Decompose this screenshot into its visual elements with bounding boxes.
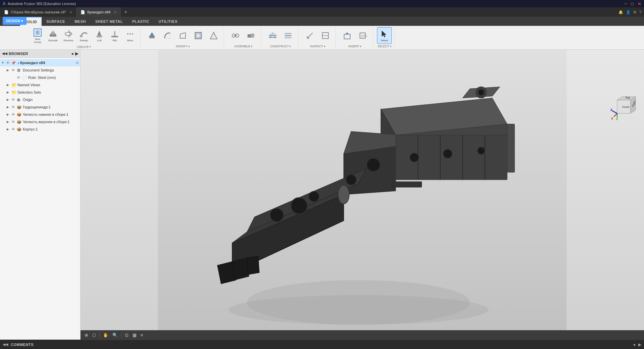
selection-sets-icon: 📁 <box>11 90 17 95</box>
statusbar-settings-icon[interactable]: ● <box>633 342 636 347</box>
new-tab-button[interactable]: + <box>121 7 130 17</box>
doc-settings-label: Document Settings <box>23 68 79 72</box>
body-toggle-icon[interactable]: ▶ <box>7 128 11 131</box>
viewport[interactable]: Front Right Top X Y Z ⊕ ⬡ ✋ 🔍 ⊡ ▦ ≡ <box>80 50 644 340</box>
maximize-button[interactable]: □ <box>631 1 634 6</box>
statusbar-expand-icon[interactable]: ▶ <box>638 342 641 347</box>
origin-toggle-icon[interactable]: ▶ <box>7 98 11 101</box>
rib-button[interactable]: Rib <box>107 28 122 44</box>
as-built-joint-button[interactable] <box>244 27 258 44</box>
select-button[interactable]: Select <box>377 27 392 44</box>
jaw-upper-icon: 📦 <box>17 120 23 124</box>
browser-expand-icon[interactable]: ▶ <box>75 51 78 56</box>
selection-sets-toggle-icon[interactable]: ▶ <box>7 91 11 94</box>
jaw-lower-visibility-icon[interactable]: 👁 <box>11 112 17 116</box>
tab1-close-button[interactable]: ✕ <box>69 10 72 14</box>
tree-item-body[interactable]: ▶ 👁 📦 Корпус:1 <box>0 126 80 133</box>
comments-collapse-icon[interactable]: ◀◀ <box>3 342 8 347</box>
notifications-icon[interactable]: 🔔 <box>619 10 623 14</box>
browser-settings-icon[interactable]: ● <box>71 51 74 56</box>
view-options-button[interactable]: ▦ <box>131 333 138 338</box>
root-toggle-icon[interactable]: ▼ <box>1 61 6 64</box>
doc-settings-toggle-icon[interactable]: ▶ <box>7 68 11 72</box>
tab1-label: Сборка МегаБронь скальник v6* <box>11 10 66 14</box>
section-analysis-button[interactable] <box>318 27 333 44</box>
draft-button[interactable] <box>206 27 221 44</box>
fillet-button[interactable] <box>160 27 175 44</box>
tree-item-selection-sets[interactable]: ▶ 📁 Selection Sets <box>0 89 80 96</box>
close-button[interactable]: ✕ <box>638 1 641 6</box>
minimize-button[interactable]: − <box>625 1 627 6</box>
tree-item-named-views[interactable]: ▶ 📁 Named Views <box>0 81 80 89</box>
view-cube[interactable]: Front Right Top X Y Z <box>610 93 637 120</box>
construct-group-label[interactable]: CONSTRUCT ▾ <box>270 45 291 48</box>
named-views-label: Named Views <box>17 83 79 87</box>
rule-visibility-icon[interactable]: 👁 <box>17 76 22 80</box>
jaw-upper-visibility-icon[interactable]: 👁 <box>11 120 17 124</box>
named-views-toggle-icon[interactable]: ▶ <box>7 83 11 87</box>
zoom-button[interactable]: 🔍 <box>111 333 119 338</box>
tree-item-hydro[interactable]: ▶ 👁 📦 Гидроцилиндр:1 <box>0 103 80 111</box>
tree-root-item[interactable]: ▼ 👁 📌 ● Крокодил v84 ⚙ <box>0 59 80 66</box>
jaw-upper-toggle-icon[interactable]: ▶ <box>7 120 11 123</box>
loft-button[interactable]: Loft <box>92 28 107 44</box>
body-visibility-icon[interactable]: 👁 <box>11 127 17 131</box>
offset-plane-button[interactable] <box>265 27 280 44</box>
account-icon[interactable]: 👤 <box>626 10 631 14</box>
orbit-button[interactable]: ⊕ <box>83 333 90 338</box>
doc-settings-visibility-icon[interactable]: 👁 <box>11 68 17 72</box>
new-joint-button[interactable] <box>228 27 243 44</box>
root-settings-icon[interactable]: ⚙ <box>76 61 79 65</box>
hydro-toggle-icon[interactable]: ▶ <box>7 105 11 109</box>
more-create-button[interactable]: More <box>123 28 138 44</box>
display-settings-button[interactable]: ≡ <box>139 333 145 338</box>
fit-button[interactable]: ⊡ <box>123 333 130 338</box>
press-pull-button[interactable] <box>145 27 159 44</box>
assemble-group-label[interactable]: ASSEMBLE ▾ <box>234 45 253 48</box>
select-group-label[interactable]: SELECT ▾ <box>377 45 391 48</box>
ribbon-tab-plastic[interactable]: PLASTIC <box>127 17 154 26</box>
origin-visibility-icon[interactable]: 👁 <box>11 98 17 102</box>
ribbon-tab-mesh[interactable]: MESH <box>70 17 91 26</box>
tree-item-doc-settings[interactable]: ▶ 👁 ⚙ Document Settings <box>0 66 80 74</box>
ribbon-tab-sheet-metal[interactable]: SHEET METAL <box>91 17 127 26</box>
tree-item-jaw-lower[interactable]: ▶ 👁 📦 Челюсть нижняя в сборе:1 <box>0 111 80 118</box>
measure-button[interactable] <box>303 27 317 44</box>
design-workspace-button[interactable]: DESIGN ▾ <box>3 17 26 25</box>
assemble-chevron-icon: ▾ <box>251 45 252 48</box>
insert-svg-button[interactable]: SVG <box>355 27 370 44</box>
insert-group-label[interactable]: INSERT ▾ <box>348 45 362 48</box>
document-tab-2[interactable]: 📄 Крокодил v84 ✕ <box>76 7 121 17</box>
shell-button[interactable] <box>191 27 206 44</box>
chamfer-button[interactable] <box>175 27 190 44</box>
look-at-button[interactable]: ⬡ <box>91 333 97 338</box>
help-icon[interactable]: ? <box>639 10 641 14</box>
midplane-button[interactable] <box>281 27 296 44</box>
inspect-label-text: INSPECT <box>310 45 323 48</box>
extrude-button[interactable]: Extrude <box>46 28 60 44</box>
root-pin-icon[interactable]: 📌 <box>11 61 17 65</box>
jaw-lower-toggle-icon[interactable]: ▶ <box>7 113 11 116</box>
tree-item-rule-steel[interactable]: 👁 📄 Rule: Steel (mm) <box>0 74 80 81</box>
ribbon-tab-surface[interactable]: SURFACE <box>42 17 70 26</box>
create-group-label[interactable]: CREATE ▾ <box>77 45 91 49</box>
browser-collapse-icon[interactable]: ◀◀ <box>2 52 7 55</box>
hydro-visibility-icon[interactable]: 👁 <box>11 105 17 109</box>
tree-item-origin[interactable]: ▶ 👁 ⊕ Origin <box>0 96 80 103</box>
tab2-close-button[interactable]: ✕ <box>114 10 116 14</box>
root-visibility-icon[interactable]: 👁 <box>6 61 11 65</box>
svg-point-70 <box>270 208 283 222</box>
settings-icon[interactable]: ⚙ <box>633 10 637 14</box>
revolve-button[interactable]: Revolve <box>61 28 76 44</box>
ribbon-tab-utilities[interactable]: UTILITIES <box>154 17 182 26</box>
sweep-button[interactable]: Sweep <box>76 28 91 44</box>
modify-group-label[interactable]: MODIFY ▾ <box>176 45 190 48</box>
tree-item-jaw-upper[interactable]: ▶ 👁 📦 Челюсть верхняя в сборе:1 <box>0 118 80 126</box>
inspect-group-label[interactable]: INSPECT ▾ <box>310 45 325 48</box>
select-tools: Select <box>377 27 392 44</box>
toolbar-separator-1 <box>99 332 100 338</box>
pan-button[interactable]: ✋ <box>102 333 110 338</box>
document-tab-1[interactable]: 📄 Сборка МегаБронь скальник v6* ✕ <box>0 7 76 17</box>
insert-mesh-button[interactable] <box>340 27 355 44</box>
new-component-button[interactable]: NewComp <box>30 27 45 45</box>
